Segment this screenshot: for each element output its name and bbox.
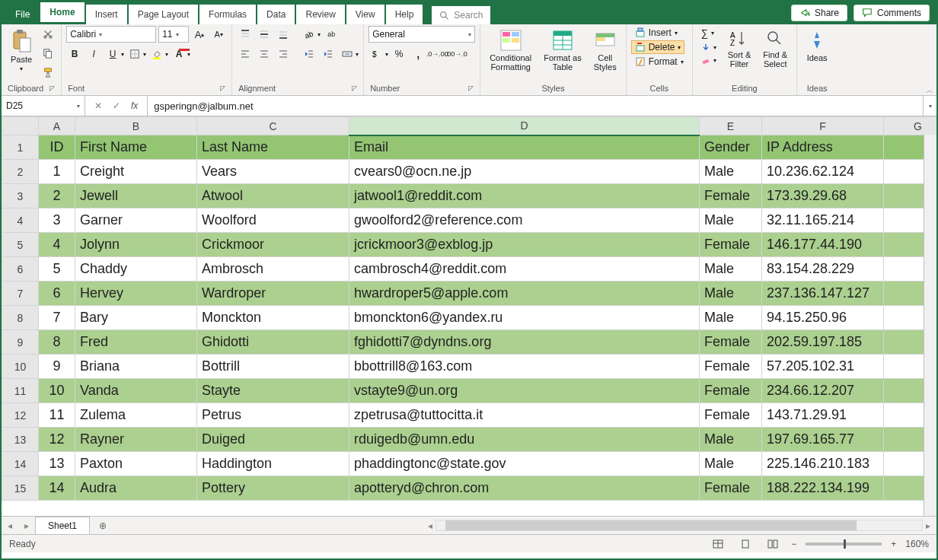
tab-page-layout[interactable]: Page Layout	[129, 5, 198, 24]
table-row[interactable]: 65ChaddyAmbroschcambrosch4@reddit.comMal…	[2, 257, 937, 282]
cell[interactable]: 32.11.165.214	[762, 208, 884, 233]
cell[interactable]: 225.146.210.183	[762, 452, 884, 476]
tab-formulas[interactable]: Formulas	[199, 5, 256, 24]
cell[interactable]: 6	[39, 282, 75, 306]
cell[interactable]: Male	[700, 306, 762, 330]
cell[interactable]: Atwool	[197, 184, 349, 208]
cell[interactable]: cvears0@ocn.ne.jp	[349, 160, 700, 184]
cell[interactable]: Pottery	[197, 476, 349, 501]
cell[interactable]: Bary	[75, 306, 197, 330]
zoom-slider[interactable]	[806, 542, 882, 546]
font-size-combo[interactable]: 11▾	[158, 26, 189, 43]
sheet-nav-prev[interactable]: ◂	[2, 520, 18, 531]
row-header[interactable]: 9	[2, 330, 39, 355]
table-row[interactable]: 87BaryMoncktonbmonckton6@yandex.ruMale94…	[2, 306, 937, 330]
cell[interactable]: Woolford	[197, 208, 349, 233]
fill-color-button[interactable]	[148, 46, 165, 62]
cell[interactable]: 10.236.62.124	[762, 160, 884, 184]
cell[interactable]: Female	[700, 476, 762, 501]
cell[interactable]: Duiged	[197, 428, 349, 452]
align-right-button[interactable]	[275, 46, 292, 62]
enter-formula-button[interactable]: ✓	[113, 100, 120, 111]
cell[interactable]: 2	[39, 184, 75, 208]
accounting-format-button[interactable]: $	[368, 46, 385, 62]
insert-function-button[interactable]: fx	[131, 100, 138, 111]
cell[interactable]: cambrosch4@reddit.com	[349, 257, 700, 282]
decrease-decimal-button[interactable]: .00→.0	[448, 46, 464, 62]
cell[interactable]: 94.15.250.96	[762, 306, 884, 330]
cell[interactable]: 202.59.197.185	[762, 330, 884, 355]
copy-button[interactable]	[40, 45, 56, 62]
cell[interactable]: Vanda	[75, 379, 197, 403]
cell-styles-button[interactable]: Cell Styles	[589, 26, 621, 75]
cell[interactable]: Ambrosch	[197, 257, 349, 282]
cell[interactable]: Last Name	[197, 135, 349, 160]
cell[interactable]: jatwool1@reddit.com	[349, 184, 700, 208]
zoom-out-button[interactable]: −	[791, 539, 796, 549]
delete-cells-button[interactable]: Delete▾	[631, 40, 685, 54]
cell[interactable]: ID	[39, 135, 75, 160]
view-page-layout-button[interactable]	[736, 537, 755, 551]
cell[interactable]: Creight	[75, 160, 197, 184]
clipboard-dialog-launcher[interactable]: ◸	[49, 84, 55, 92]
cell[interactable]: Male	[700, 160, 762, 184]
tab-file[interactable]: File	[6, 5, 39, 24]
insert-cells-button[interactable]: Insert▾	[631, 26, 681, 40]
cell[interactable]: Paxton	[75, 452, 197, 476]
col-header-B[interactable]: B	[75, 117, 197, 135]
cell[interactable]: First Name	[75, 135, 197, 160]
col-header-F[interactable]: F	[762, 117, 884, 135]
row-header[interactable]: 4	[2, 208, 39, 233]
sheet-nav-next[interactable]: ▸	[18, 520, 35, 531]
cell[interactable]: Male	[700, 208, 762, 233]
row-header[interactable]: 15	[2, 476, 39, 501]
worksheet-grid[interactable]: A B C D E F G 1IDFirst NameLast NameEmai…	[2, 116, 936, 516]
view-normal-button[interactable]	[709, 537, 727, 551]
autosum-button[interactable]: ∑▾	[697, 26, 720, 40]
tab-review[interactable]: Review	[296, 5, 344, 24]
cell[interactable]: 237.136.147.127	[762, 282, 884, 306]
formula-input[interactable]: gsperingn@jalbum.net	[148, 96, 923, 116]
decrease-indent-button[interactable]	[301, 46, 317, 62]
cell[interactable]: Female	[700, 379, 762, 403]
cell[interactable]: jcrickmoor3@exblog.jp	[349, 233, 700, 257]
cell[interactable]: 8	[39, 330, 75, 355]
cell[interactable]: fghidotti7@dyndns.org	[349, 330, 700, 355]
tab-view[interactable]: View	[346, 5, 384, 24]
cell[interactable]: 83.154.28.229	[762, 257, 884, 282]
table-row[interactable]: 109BrianaBottrillbbottrill8@163.comFemal…	[2, 355, 937, 379]
table-row[interactable]: 1413PaxtonHaddingtonphaddingtonc@state.g…	[2, 452, 937, 476]
table-row[interactable]: 76HerveyWardroperhwardroper5@apple.comMa…	[2, 282, 937, 306]
cell[interactable]: 57.205.102.31	[762, 355, 884, 379]
cell[interactable]: vstayte9@un.org	[349, 379, 700, 403]
cell[interactable]: hwardroper5@apple.com	[349, 282, 700, 306]
number-dialog-launcher[interactable]: ◸	[468, 84, 474, 92]
increase-font-button[interactable]: A▴	[191, 26, 208, 43]
cell[interactable]: Vears	[197, 160, 349, 184]
cell[interactable]: 4	[39, 233, 75, 257]
cell[interactable]: IP Address	[762, 135, 884, 160]
cell[interactable]: apotteryd@chron.com	[349, 476, 700, 501]
decrease-font-button[interactable]: A▾	[210, 26, 227, 43]
cut-button[interactable]	[40, 26, 56, 43]
cell[interactable]: Female	[700, 330, 762, 355]
col-header-E[interactable]: E	[700, 117, 762, 135]
cell[interactable]: Male	[700, 428, 762, 452]
cell[interactable]: 197.69.165.77	[762, 428, 884, 452]
cell[interactable]: Female	[700, 355, 762, 379]
ideas-button[interactable]: Ideas	[802, 26, 832, 65]
percent-button[interactable]: %	[391, 46, 407, 62]
italic-button[interactable]: I	[85, 46, 102, 62]
cell[interactable]: 13	[39, 452, 75, 476]
cell[interactable]: Haddington	[197, 452, 349, 476]
align-top-button[interactable]	[237, 26, 254, 43]
row-header[interactable]: 7	[2, 282, 39, 306]
table-row[interactable]: 1110VandaStaytevstayte9@un.orgFemale234.…	[2, 379, 937, 403]
row-header[interactable]: 2	[2, 160, 39, 184]
increase-indent-button[interactable]	[320, 46, 337, 62]
share-button[interactable]: Share	[791, 5, 847, 21]
row-header[interactable]: 11	[2, 379, 39, 403]
cell[interactable]: Male	[700, 452, 762, 476]
cell[interactable]: Male	[700, 282, 762, 306]
align-bottom-button[interactable]	[275, 26, 292, 43]
